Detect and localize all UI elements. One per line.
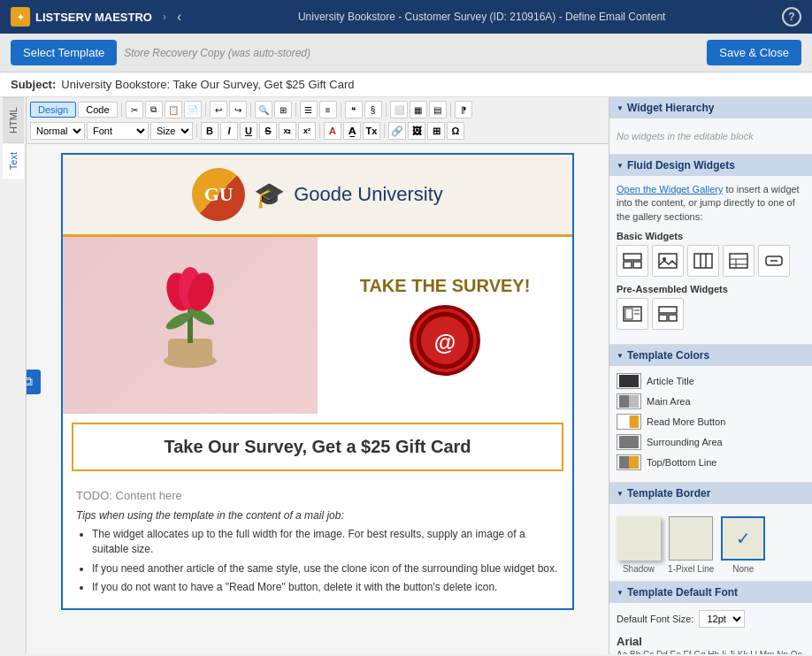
sep9 (319, 124, 320, 138)
toolbar-align-left[interactable]: ⬜ (390, 101, 408, 118)
color-row-read-more: Read More Button (617, 414, 805, 430)
template-border-section: ▼ Template Border Shadow 1-Pixel Line ✓ (609, 483, 812, 582)
article-title-swatch[interactable] (617, 373, 641, 389)
widget-gallery-link[interactable]: Open the Widget Gallery (617, 184, 723, 195)
email-container: GU 🎓 Goode University (61, 153, 574, 610)
copy-block-button[interactable]: ⧉ (27, 370, 41, 394)
widget-table-icon[interactable] (723, 245, 755, 277)
superscript-button[interactable]: x² (298, 122, 316, 140)
code-tab[interactable]: Code (78, 102, 117, 118)
subject-text: University Bookstore: Take Our Survey, G… (61, 78, 354, 91)
toolbar-special[interactable]: § (364, 101, 382, 118)
design-tab[interactable]: Design (30, 102, 76, 118)
pre-assembled-row (617, 298, 805, 330)
collapse-border-icon[interactable]: ▼ (617, 490, 624, 498)
border-none-option[interactable]: ✓ None (721, 516, 765, 574)
read-more-swatch[interactable] (617, 414, 641, 430)
surrounding-swatch[interactable] (617, 434, 641, 450)
border-1px-option[interactable]: 1-Pixel Line (668, 516, 714, 574)
border-options: Shadow 1-Pixel Line ✓ None (617, 516, 805, 574)
border-shadow-preview (617, 516, 661, 561)
toolbar-blocks[interactable]: ⊞ (274, 101, 292, 118)
special-chars-button[interactable]: Ω (447, 122, 464, 140)
toolbar-list-ol[interactable]: ≡ (319, 101, 337, 118)
template-font-label: Template Default Font (627, 586, 738, 599)
toolbar-undo[interactable]: ↩ (210, 101, 227, 118)
separator2 (205, 103, 206, 117)
top-bottom-swatch[interactable] (617, 454, 641, 470)
tip1: The widget allocates up to the full widt… (92, 527, 559, 557)
table-button[interactable]: ⊞ (427, 122, 445, 140)
font-select[interactable]: Font (87, 122, 149, 140)
select-template-button[interactable]: Select Template (11, 40, 117, 65)
top-navigation: ✦ LISTSERV MAESTRO › ‹ University Bookst… (0, 0, 812, 34)
underline-button[interactable]: U (240, 122, 257, 140)
widget-pre2-icon[interactable] (652, 298, 684, 330)
border-none-preview: ✓ (721, 516, 765, 561)
widget-button-icon[interactable] (758, 245, 790, 277)
nav-back-button[interactable]: ‹ (177, 9, 181, 25)
collapse-colors-icon[interactable]: ▼ (617, 352, 624, 360)
border-none-label: None (732, 564, 754, 574)
hero-image (63, 237, 318, 414)
fluid-design-header: ▼ Fluid Design Widgets (609, 155, 812, 176)
tulip-illustration (137, 255, 243, 378)
app-name: LISTSERV MAESTRO (35, 11, 152, 24)
tip3: If you do not want to have a "Read More"… (92, 580, 559, 595)
fluid-design-body: Open the Widget Gallery to insert a widg… (609, 176, 812, 344)
toolbar-zoom-in[interactable]: 🔍 (255, 101, 272, 118)
size-select[interactable]: Size (150, 122, 193, 140)
no-widgets-text: No widgets in the editable block (617, 126, 805, 147)
format-select[interactable]: Normal (30, 122, 85, 140)
template-font-section: ▼ Template Default Font Default Font Siz… (609, 582, 812, 654)
separator3 (250, 103, 251, 117)
widget-layout-icon[interactable] (617, 245, 648, 277)
bold-button[interactable]: B (201, 122, 218, 140)
widget-hierarchy-label: Widget Hierarchy (627, 102, 715, 114)
main-area-swatch[interactable] (617, 393, 641, 409)
nav-separator: › (163, 11, 166, 23)
separator7 (450, 103, 451, 117)
separator5 (341, 103, 341, 117)
toolbar-list-ul[interactable]: ☰ (300, 101, 318, 118)
widget-columns-icon[interactable] (687, 245, 719, 277)
toolbar-paste[interactable]: 📋 (165, 101, 182, 118)
toolbar-more[interactable]: ⁋ (455, 101, 472, 118)
basic-widgets-row (617, 245, 805, 277)
link-button[interactable]: 🔗 (388, 122, 406, 140)
widget-hierarchy-body: No widgets in the editable block (609, 118, 812, 154)
remove-format-button[interactable]: Tx (363, 122, 380, 140)
collapse-fluid-icon[interactable]: ▼ (617, 162, 624, 170)
font-size-select[interactable]: 12pt (699, 610, 745, 628)
seal-svg: @ (413, 305, 477, 376)
collapse-icon[interactable]: ▼ (617, 104, 624, 112)
strikethrough-button[interactable]: S (259, 122, 277, 140)
html-tab[interactable]: HTML (3, 97, 24, 142)
toolbar-cut[interactable]: ✂ (126, 101, 143, 118)
svg-rect-14 (659, 254, 677, 268)
border-shadow-option[interactable]: Shadow (617, 516, 661, 574)
toolbar-align-center[interactable]: ▦ (410, 101, 427, 118)
image-button[interactable]: 🖼 (408, 122, 425, 140)
collapse-font-icon[interactable]: ▼ (617, 589, 624, 597)
save-close-button[interactable]: Save & Close (707, 40, 801, 65)
subscript-button[interactable]: x₂ (279, 122, 296, 140)
italic-button[interactable]: I (220, 122, 238, 140)
toolbar-align-right[interactable]: ▤ (429, 101, 447, 118)
toolbar-copy[interactable]: ⧉ (145, 101, 163, 118)
sep8 (196, 124, 197, 138)
help-button[interactable]: ? (782, 7, 801, 27)
email-cta-bar: Take Our Survey, Get a $25 Gift Card (72, 423, 563, 471)
toolbar-paste-text[interactable]: 📄 (184, 101, 202, 118)
svg-rect-16 (694, 254, 712, 268)
svg-rect-26 (625, 309, 632, 319)
toolbar-quote[interactable]: ❝ (345, 101, 363, 118)
widget-pre1-icon[interactable] (617, 298, 648, 330)
toolbar-redo[interactable]: ↪ (229, 101, 247, 118)
editor-toolbar-row1: Design Code ✂ ⧉ 📋 📄 ↩ ↪ 🔍 ⊞ ☰ ≡ ❝ § (30, 99, 605, 120)
highlight-button[interactable]: A̲ (343, 122, 361, 140)
text-tab[interactable]: Text (3, 142, 24, 179)
font-color-button[interactable]: A (324, 122, 341, 140)
widget-image-icon[interactable] (652, 245, 684, 277)
university-name: Goode University (294, 183, 443, 206)
